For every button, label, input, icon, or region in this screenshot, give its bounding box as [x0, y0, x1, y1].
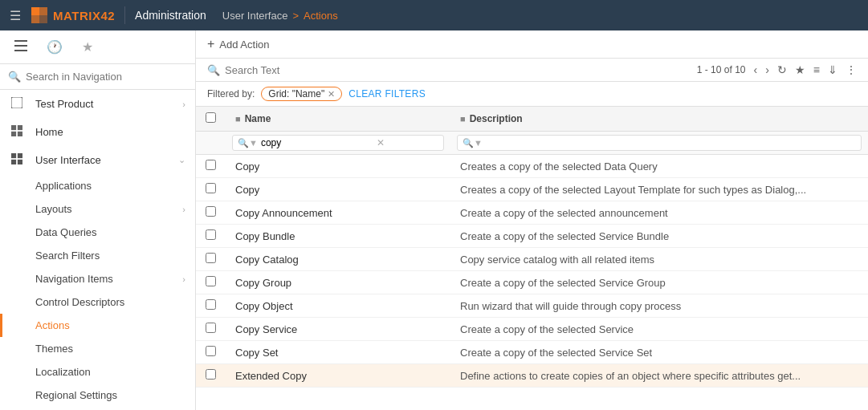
row-checkbox[interactable] — [206, 183, 216, 193]
ui-svg — [11, 153, 22, 164]
refresh-button[interactable]: ↻ — [777, 63, 787, 76]
row-checkbox-cell — [196, 155, 226, 178]
filter-search-icon: 🔍▼ — [238, 138, 258, 148]
column-header-name[interactable]: ■ Name — [226, 107, 450, 132]
row-checkbox[interactable] — [206, 276, 216, 286]
row-checkbox[interactable] — [206, 253, 216, 263]
star-button[interactable]: ★ — [795, 63, 805, 76]
search-text-input[interactable] — [225, 64, 385, 76]
sidebar-subitem-search-filters[interactable]: Search Filters — [0, 244, 195, 267]
svg-rect-4 — [14, 40, 27, 42]
search-input[interactable] — [26, 71, 187, 83]
filter-desc-input-wrap[interactable]: 🔍▼ — [457, 135, 862, 151]
prev-page-button[interactable]: ‹ — [753, 63, 757, 76]
svg-rect-6 — [14, 50, 27, 51]
sidebar-subitem-regional-settings[interactable]: Regional Settings — [0, 384, 195, 407]
filter-clear-button[interactable]: ✕ — [377, 137, 385, 148]
select-all-checkbox[interactable] — [206, 112, 216, 123]
svg-rect-3 — [39, 15, 47, 23]
row-checkbox[interactable] — [206, 229, 216, 240]
plus-icon: + — [207, 37, 214, 51]
menu-icon — [14, 40, 27, 51]
row-checkbox[interactable] — [206, 299, 216, 310]
next-page-button[interactable]: › — [765, 63, 769, 76]
row-checkbox-cell — [196, 248, 226, 271]
filter-tag-remove[interactable]: ✕ — [328, 89, 335, 99]
sidebar-subitem-layouts[interactable]: Layouts › — [0, 197, 195, 221]
logo-matrix: MATRIX — [53, 9, 100, 22]
chevron-right-icon: › — [182, 205, 185, 214]
sidebar-tab-menu[interactable] — [6, 34, 35, 60]
filter-name-input-wrap[interactable]: 🔍▼ ✕ — [232, 135, 444, 151]
sidebar-tab-favorites[interactable]: ★ — [74, 35, 101, 59]
filter-tag[interactable]: Grid: "Name" ✕ — [261, 87, 342, 101]
table-row[interactable]: Copy Announcement Create a copy of the s… — [196, 201, 868, 225]
breadcrumb-user-interface[interactable]: User Interface — [222, 10, 288, 22]
table-row[interactable]: Copy Bundle Create a copy of the selecte… — [196, 225, 868, 248]
table-row[interactable]: Copy Catalog Copy service catalog with a… — [196, 248, 868, 271]
table-row[interactable]: Copy Object Run wizard that will guide t… — [196, 294, 868, 318]
sidebar-item-test-product[interactable]: Test Product › — [0, 90, 195, 118]
row-checkbox[interactable] — [206, 323, 216, 333]
filter-button[interactable]: ≡ — [813, 63, 820, 76]
table-row[interactable]: Extended Copy Define actions to create c… — [196, 364, 868, 388]
chevron-right-icon: › — [182, 99, 185, 109]
row-description-cell: Creates a copy of the selected Data Quer… — [450, 155, 868, 178]
row-description-cell: Create a copy of the selected announceme… — [450, 201, 868, 225]
table-row[interactable]: Copy Creates a copy of the selected Layo… — [196, 178, 868, 201]
sidebar-item-user-interface[interactable]: User Interface ⌄ — [0, 146, 195, 174]
sidebar-nav: Test Product › Home User Interface ⌄ App… — [0, 90, 195, 410]
filter-name-input[interactable] — [261, 137, 373, 148]
row-name-cell: Copy — [226, 155, 450, 178]
sidebar-subitem-control-descriptors[interactable]: Control Descriptors — [0, 290, 195, 314]
sidebar-item-home[interactable]: Home — [0, 118, 195, 146]
row-checkbox[interactable] — [206, 369, 216, 380]
sidebar-subitem-applications[interactable]: Applications — [0, 174, 195, 197]
column-desc-label: Description — [470, 113, 523, 124]
row-checkbox-cell — [196, 341, 226, 364]
table-row[interactable]: Copy Service Create a copy of the select… — [196, 318, 868, 341]
sidebar-subitem-actions[interactable]: Actions — [0, 314, 195, 337]
add-action-button[interactable]: + Add Action — [207, 37, 270, 51]
row-description-cell: Define actions to create copies of an ob… — [450, 364, 868, 388]
filter-name-cell: 🔍▼ ✕ — [226, 132, 450, 155]
header-checkbox-cell — [196, 107, 226, 132]
filter-desc-input[interactable] — [486, 137, 598, 148]
logo-icon — [31, 6, 48, 24]
column-name-icon: ■ — [235, 114, 241, 124]
svg-rect-13 — [18, 153, 22, 158]
search-icon: 🔍 — [207, 64, 220, 76]
row-description-cell: Create a copy of the selected Service Se… — [450, 341, 868, 364]
sidebar-item-security[interactable]: Security › — [0, 407, 195, 410]
clear-filters-button[interactable]: CLEAR FILTERS — [348, 88, 426, 99]
sidebar-search-area: 🔍 — [0, 64, 195, 90]
more-button[interactable]: ⋮ — [846, 63, 857, 76]
sidebar-subitem-localization[interactable]: Localization — [0, 360, 195, 384]
svg-rect-1 — [39, 7, 47, 15]
table-row[interactable]: Copy Creates a copy of the selected Data… — [196, 155, 868, 178]
row-description-cell: Create a copy of the selected Service — [450, 318, 868, 341]
active-indicator — [0, 314, 2, 337]
svg-rect-7 — [11, 97, 22, 108]
sidebar-subitem-themes[interactable]: Themes — [0, 337, 195, 360]
sidebar: 🕐 ★ 🔍 Test Product › Home — [0, 30, 196, 410]
hamburger-icon[interactable]: ☰ — [10, 8, 21, 23]
row-checkbox[interactable] — [206, 206, 216, 217]
row-checkbox[interactable] — [206, 160, 216, 170]
svg-rect-11 — [18, 132, 22, 136]
breadcrumb: User Interface > Actions — [222, 10, 338, 22]
row-name-cell: Extended Copy — [226, 364, 450, 388]
logo: MATRIX42 — [31, 6, 115, 24]
column-header-description[interactable]: ■ Description — [450, 107, 868, 132]
download-button[interactable]: ⇓ — [828, 63, 837, 76]
logo-text: MATRIX42 — [53, 9, 115, 22]
home-icon — [11, 125, 27, 139]
table-row[interactable]: Copy Group Create a copy of the selected… — [196, 271, 868, 294]
row-name-cell: Copy — [226, 178, 450, 201]
sidebar-subitem-navigation-items[interactable]: Navigation Items › — [0, 267, 195, 290]
sidebar-tab-history[interactable]: 🕐 — [39, 35, 71, 59]
row-checkbox[interactable] — [206, 346, 216, 356]
table-row[interactable]: Copy Set Create a copy of the selected S… — [196, 341, 868, 364]
svg-rect-9 — [18, 125, 22, 130]
sidebar-subitem-data-queries[interactable]: Data Queries — [0, 221, 195, 244]
